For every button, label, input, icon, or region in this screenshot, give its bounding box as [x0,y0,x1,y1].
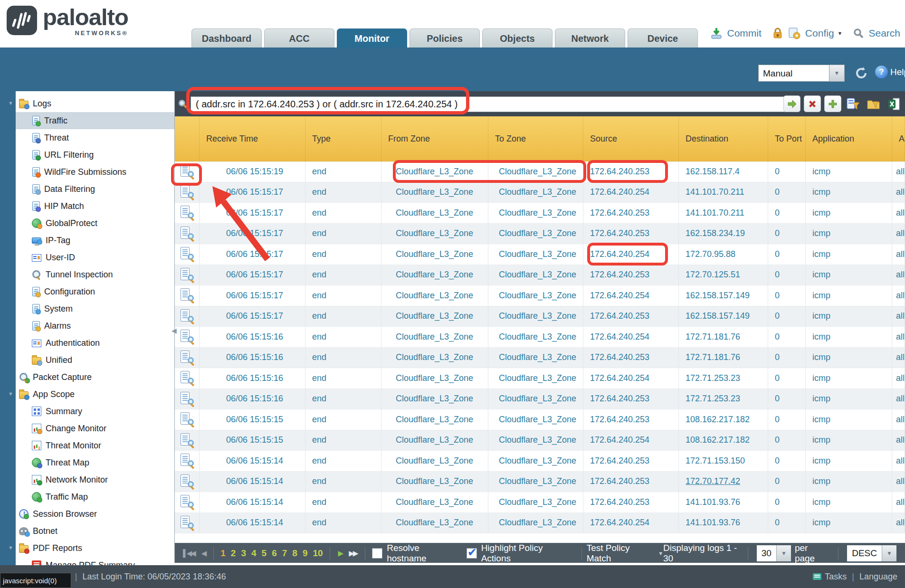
sidebar-item-globalprotect[interactable]: GlobalProtect [16,215,174,232]
page-number-1[interactable]: 1 [220,548,226,559]
tab-monitor[interactable]: Monitor [337,28,407,47]
refresh-interval-caret-icon[interactable]: ▼ [829,65,845,82]
log-detail-icon[interactable] [180,516,194,530]
sidebar-item-session-browser[interactable]: Session Browser [16,505,174,522]
sidebar-item-app-scope[interactable]: ▼App Scope [16,386,174,403]
table-row[interactable]: 06/06 15:15:17endCloudflare_L3_ZoneCloud… [175,224,905,245]
sidebar-item-network-monitor[interactable]: Network Monitor [16,471,174,488]
expand-caret-icon[interactable]: ▼ [8,391,13,397]
log-detail-icon[interactable] [180,206,194,220]
table-row[interactable]: 06/06 15:15:14endCloudflare_L3_ZoneCloud… [175,492,905,513]
table-row[interactable]: 06/06 15:15:15endCloudflare_L3_ZoneCloud… [175,430,905,451]
table-row[interactable]: 06/06 15:15:17endCloudflare_L3_ZoneCloud… [175,203,905,224]
load-filter-button[interactable] [865,95,882,112]
sidebar-item-url-filtering[interactable]: URL Filtering [16,146,174,163]
table-row[interactable]: 06/06 15:15:14endCloudflare_L3_ZoneCloud… [175,451,905,472]
sidebar-item-wildfire-submissions[interactable]: WildFire Submissions [16,163,174,180]
page-number-6[interactable]: 6 [272,548,277,559]
resolve-hostname-checkbox[interactable] [372,548,382,559]
table-row[interactable]: 06/06 15:15:16endCloudflare_L3_ZoneCloud… [175,389,905,410]
expand-caret-icon[interactable]: ▼ [8,100,13,106]
log-detail-icon[interactable] [180,371,194,385]
log-detail-icon[interactable] [180,309,194,323]
destination-link[interactable]: 172.70.177.42 [686,476,740,486]
tab-acc[interactable]: ACC [264,28,334,47]
table-row[interactable]: 06/06 15:15:17endCloudflare_L3_ZoneCloud… [175,182,905,203]
log-detail-icon[interactable] [180,433,194,447]
sidebar-item-summary[interactable]: Summary [16,403,174,420]
filter-query-input[interactable] [191,96,797,112]
tab-network[interactable]: Network [555,28,625,47]
page-number-2[interactable]: 2 [231,548,236,559]
per-page-select[interactable]: 30 ▼ [757,545,791,561]
page-number-8[interactable]: 8 [292,548,297,559]
log-detail-icon[interactable] [180,164,194,179]
log-detail-icon[interactable] [180,247,194,261]
log-detail-icon[interactable] [180,474,194,489]
apply-filter-button[interactable] [783,95,800,112]
config-caret-icon[interactable]: ▼ [838,30,843,36]
column-header-receive-time[interactable]: Receive Time [200,116,305,161]
column-header-to-port[interactable]: To Port [768,116,806,161]
config-icon[interactable] [788,27,801,40]
table-row[interactable]: 06/06 15:15:19endCloudflare_L3_ZoneCloud… [175,161,905,182]
filter-builder-button[interactable] [845,95,862,112]
highlight-policy-actions-checkbox[interactable] [467,548,477,559]
sidebar-item-logs[interactable]: ▼Logs [16,95,174,112]
help-cluster[interactable]: ? Help [875,66,905,78]
table-row[interactable]: 06/06 15:15:14endCloudflare_L3_ZoneCloud… [175,513,905,534]
expand-caret-icon[interactable]: ▼ [8,545,13,550]
page-number-9[interactable]: 9 [303,548,308,559]
sidebar-item-change-monitor[interactable]: Change Monitor [16,420,174,437]
refresh-interval-select[interactable]: Manual ▼ [758,65,845,82]
sidebar-item-system[interactable]: System [16,300,174,317]
log-detail-icon[interactable] [180,330,194,344]
table-row[interactable]: 06/06 15:15:17endCloudflare_L3_ZoneCloud… [175,306,905,327]
tab-objects[interactable]: Objects [482,28,553,47]
sidebar-item-threat-map[interactable]: Threat Map [16,454,174,471]
export-csv-button[interactable] [886,95,903,112]
test-policy-match-dropdown[interactable]: Test Policy Match ▼ [587,543,663,564]
column-header-application[interactable]: Application [806,116,892,161]
table-row[interactable]: 06/06 15:15:14endCloudflare_L3_ZoneCloud… [175,472,905,493]
tab-policies[interactable]: Policies [410,28,480,47]
last-page-button[interactable]: ▶▶ [349,549,357,558]
column-header-source[interactable]: Source [583,116,679,161]
prev-page-button[interactable]: ◀ [201,549,206,558]
sidebar-item-pdf-reports[interactable]: ▼PDF Reports [16,540,174,557]
table-row[interactable]: 06/06 15:15:16endCloudflare_L3_ZoneCloud… [175,348,905,369]
next-page-button[interactable]: ▶ [338,549,343,558]
commit-button[interactable]: Commit [727,28,762,39]
column-header-type[interactable]: Type [305,116,381,161]
add-filter-button[interactable] [824,95,841,112]
refresh-button[interactable] [854,66,868,82]
sidebar-item-botnet[interactable]: Botnet [16,522,174,540]
log-detail-icon[interactable] [180,351,194,365]
commit-icon[interactable] [710,27,723,40]
column-header-detail[interactable] [175,116,200,161]
sidebar-item-data-filtering[interactable]: Data Filtering [16,180,174,198]
column-header-from-zone[interactable]: From Zone [381,116,488,161]
table-row[interactable]: 06/06 15:15:15endCloudflare_L3_ZoneCloud… [175,409,905,430]
tab-device[interactable]: Device [628,28,698,47]
log-detail-icon[interactable] [180,412,194,427]
table-row[interactable]: 06/06 15:15:17endCloudflare_L3_ZoneCloud… [175,285,905,306]
page-number-4[interactable]: 4 [251,548,257,559]
log-detail-icon[interactable] [180,454,194,468]
sidebar-item-user-id[interactable]: User-ID [16,249,174,266]
sidebar-item-authentication[interactable]: Authentication [16,334,174,351]
clear-filter-button[interactable] [804,95,821,112]
log-detail-icon[interactable] [180,288,194,303]
sidebar-item-alarms[interactable]: Alarms [16,317,174,334]
column-header-to-zone[interactable]: To Zone [488,116,583,161]
log-detail-icon[interactable] [180,495,194,509]
sidebar-item-threat-monitor[interactable]: Threat Monitor [16,437,174,454]
search-icon[interactable] [853,28,864,39]
page-number-3[interactable]: 3 [241,548,246,559]
sidebar-item-traffic[interactable]: Traffic [16,112,174,129]
sidebar-item-tunnel-inspection[interactable]: Tunnel Inspection [16,266,174,283]
log-detail-icon[interactable] [180,268,194,282]
table-row[interactable]: 06/06 15:15:17endCloudflare_L3_ZoneCloud… [175,265,905,286]
sidebar-item-threat[interactable]: Threat [16,129,174,146]
sidebar-item-traffic-map[interactable]: Traffic Map [16,488,174,505]
